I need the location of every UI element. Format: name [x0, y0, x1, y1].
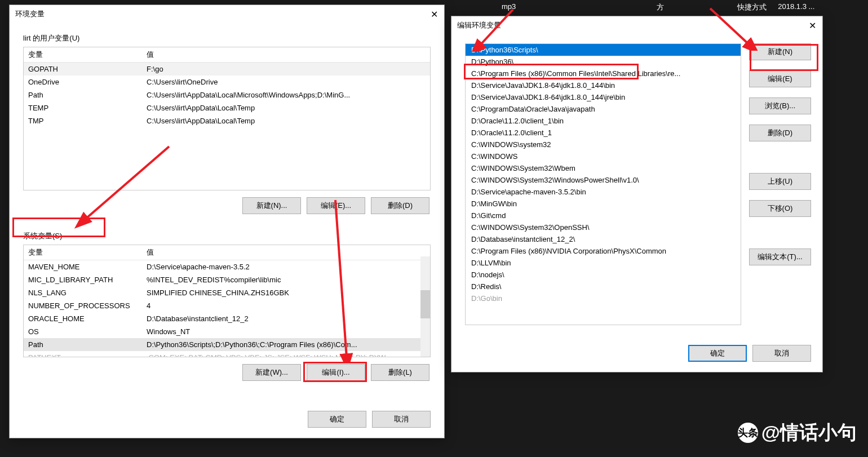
dialog-title: 环境变量: [15, 9, 45, 19]
move-down-button[interactable]: 下移(O): [749, 200, 811, 217]
table-row[interactable]: ORACLE_HOMED:\Database\instantclient_12_…: [24, 312, 430, 325]
user-vars-table[interactable]: 变量 值 GOPATHF:\go OneDriveC:\Users\lirt\O…: [23, 47, 431, 190]
list-item[interactable]: D:\Service\apache-maven-3.5.2\bin: [466, 186, 741, 198]
edit-sys-var-button[interactable]: 编辑(I)...: [307, 364, 365, 381]
list-item[interactable]: C:\Program Files (x86)\NVIDIA Corporatio…: [466, 245, 741, 257]
ok-button[interactable]: 确定: [688, 345, 747, 362]
ok-button[interactable]: 确定: [308, 411, 366, 428]
table-row[interactable]: MAVEN_HOMED:\Service\apache-maven-3.5.2: [24, 260, 430, 274]
dialog-title: 编辑环境变量: [457, 20, 501, 30]
col-header-val[interactable]: 值: [142, 245, 430, 260]
list-item[interactable]: D:\Database\instantclient_12_2\: [466, 233, 741, 245]
system-vars-label: 系统变量(S): [23, 231, 431, 241]
list-item[interactable]: D:\Service\Java\JDK1.8-64\jdk1.8.0_144\j…: [466, 91, 741, 103]
list-item[interactable]: D:\Redis\: [466, 281, 741, 292]
system-vars-table[interactable]: 变量 值 MAVEN_HOMED:\Service\apache-maven-3…: [23, 245, 431, 357]
user-vars-label: lirt 的用户变量(U): [23, 33, 431, 43]
delete-sys-var-button[interactable]: 删除(L): [371, 364, 429, 381]
table-row[interactable]: TMPC:\Users\lirt\AppData\Local\Temp: [24, 114, 430, 127]
desktop-icon[interactable]: 2018.1.3 ...: [772, 0, 820, 15]
list-item[interactable]: D:\Python36\Scripts\: [466, 44, 741, 56]
dialog-titlebar[interactable]: 编辑环境变量 ✕: [451, 16, 822, 34]
list-item[interactable]: D:\nodejs\: [466, 269, 741, 281]
table-row[interactable]: PathC:\Users\lirt\AppData\Local\Microsof…: [24, 88, 430, 101]
table-row[interactable]: OSWindows_NT: [24, 325, 430, 338]
delete-path-button[interactable]: 删除(D): [749, 125, 811, 141]
list-item[interactable]: D:\Oracle\11.2.0\client_1: [466, 127, 741, 139]
watermark-logo: 头条: [738, 423, 758, 443]
table-row[interactable]: NLS_LANGSIMPLIFIED CHINESE_CHINA.ZHS16GB…: [24, 286, 430, 299]
delete-user-var-button[interactable]: 删除(D): [371, 197, 429, 214]
list-item[interactable]: D:\Go\bin: [466, 292, 741, 304]
list-item[interactable]: C:\Program Files (x86)\Common Files\Inte…: [466, 68, 741, 79]
list-item[interactable]: D:\Python36\: [466, 56, 741, 68]
list-item[interactable]: C:\WINDOWS\System32\OpenSSH\: [466, 221, 741, 233]
watermark: 头条 @情话小句: [738, 420, 857, 446]
list-item[interactable]: D:\Service\Java\JDK1.8-64\jdk1.8.0_144\b…: [466, 79, 741, 91]
new-path-button[interactable]: 新建(N): [749, 43, 811, 60]
col-header-val[interactable]: 值: [142, 47, 430, 63]
scrollbar[interactable]: [420, 256, 430, 357]
table-row[interactable]: OneDriveC:\Users\lirt\OneDrive: [24, 76, 430, 88]
env-vars-dialog: 环境变量 ✕ lirt 的用户变量(U) 变量 值 GOPATHF:\go On…: [9, 5, 445, 438]
cancel-button[interactable]: 取消: [372, 411, 431, 428]
move-up-button[interactable]: 上移(U): [749, 173, 811, 190]
list-item[interactable]: D:\MinGW\bin: [466, 198, 741, 210]
desktop-icon[interactable]: 方: [651, 0, 670, 15]
table-row[interactable]: MIC_LD_LIBRARY_PATH%INTEL_DEV_REDIST%com…: [24, 273, 430, 286]
list-item[interactable]: C:\WINDOWS\System32\WindowsPowerShell\v1…: [466, 174, 741, 186]
close-icon[interactable]: ✕: [805, 19, 819, 32]
edit-text-button[interactable]: 编辑文本(T)...: [749, 249, 811, 265]
table-row[interactable]: PathD:\Python36\Scripts\;D:\Python36\;C:…: [24, 338, 430, 351]
list-item[interactable]: C:\WINDOWS: [466, 150, 741, 162]
edit-user-var-button[interactable]: 编辑(E)...: [307, 197, 365, 214]
new-sys-var-button[interactable]: 新建(W)...: [242, 364, 301, 381]
close-icon[interactable]: ✕: [427, 7, 441, 21]
dialog-titlebar[interactable]: 环境变量 ✕: [10, 5, 444, 23]
table-row[interactable]: NUMBER_OF_PROCESSORS4: [24, 299, 430, 312]
desktop-icon[interactable]: mp3: [496, 0, 521, 15]
new-user-var-button[interactable]: 新建(N)...: [242, 197, 301, 214]
table-row[interactable]: TEMPC:\Users\lirt\AppData\Local\Temp: [24, 101, 430, 114]
cancel-button[interactable]: 取消: [752, 345, 811, 362]
list-item[interactable]: C:\ProgramData\Oracle\Java\javapath: [466, 103, 741, 115]
list-item[interactable]: C:\WINDOWS\system32: [466, 139, 741, 150]
col-header-var[interactable]: 变量: [24, 245, 142, 260]
list-item[interactable]: C:\WINDOWS\System32\Wbem: [466, 162, 741, 174]
table-row[interactable]: PATHEXT.COM;.EXE;.BAT;.CMD;.VBS;.VBE;.JS…: [24, 351, 430, 357]
col-header-var[interactable]: 变量: [24, 47, 142, 63]
path-listbox[interactable]: D:\Python36\Scripts\ D:\Python36\ C:\Pro…: [465, 43, 741, 325]
edit-env-var-dialog: 编辑环境变量 ✕ D:\Python36\Scripts\ D:\Python3…: [451, 16, 823, 372]
browse-path-button[interactable]: 浏览(B)...: [749, 97, 811, 114]
watermark-text: @情话小句: [761, 420, 857, 446]
table-row[interactable]: GOPATHF:\go: [24, 63, 430, 76]
list-item[interactable]: D:\Oracle\11.2.0\client_1\bin: [466, 115, 741, 127]
edit-path-button[interactable]: 编辑(E): [749, 70, 811, 87]
list-item[interactable]: D:\LLVM\bin: [466, 257, 741, 269]
desktop-icon[interactable]: 快捷方式: [732, 0, 772, 15]
list-item[interactable]: D:\Git\cmd: [466, 210, 741, 221]
